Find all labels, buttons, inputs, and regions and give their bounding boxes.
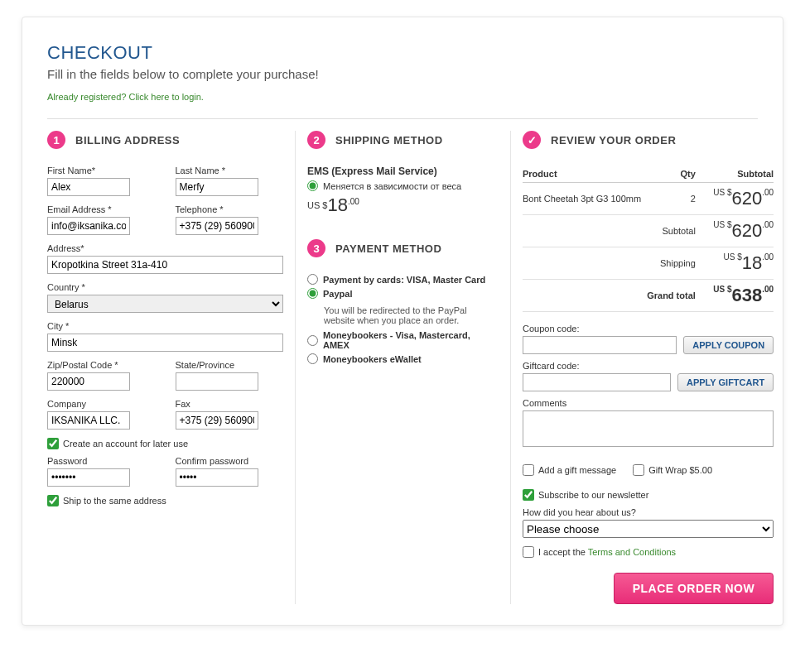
apply-giftcard-button[interactable]: APPLY GIFTCART bbox=[677, 373, 774, 391]
line-qty: 2 bbox=[676, 183, 696, 215]
payment-mb-card-option[interactable]: Moneybookers - Visa, Mastercard, AMEX bbox=[307, 330, 499, 350]
confirm-password-label: Confirm password bbox=[176, 456, 284, 466]
coupon-input[interactable] bbox=[523, 336, 677, 354]
city-input[interactable] bbox=[47, 334, 283, 352]
telephone-label: Telephone * bbox=[176, 204, 284, 214]
hear-label: How did you hear about us? bbox=[523, 507, 774, 517]
email-label: Email Address * bbox=[47, 204, 156, 214]
step-badge-1: 1 bbox=[47, 131, 65, 149]
review-column: REVIEW YOUR ORDER Product Qty Subtotal B… bbox=[511, 131, 774, 604]
place-order-button[interactable]: PLACE ORDER NOW bbox=[614, 573, 774, 604]
order-table: Product Qty Subtotal Bont Cheetah 3pt G3… bbox=[523, 166, 774, 312]
divider bbox=[47, 118, 758, 119]
step-badge-3: 3 bbox=[307, 239, 325, 257]
state-input[interactable] bbox=[176, 372, 258, 391]
payment-mb-wallet-option[interactable]: Moneybookers eWallet bbox=[307, 353, 499, 364]
login-link[interactable]: Already registered? Click here to login. bbox=[47, 92, 204, 102]
gift-message-label: Add a gift message bbox=[538, 465, 616, 475]
step-badge-check bbox=[523, 131, 541, 149]
step-badge-2: 2 bbox=[307, 131, 325, 149]
terms-check[interactable]: I accept the Terms and Conditions bbox=[523, 546, 774, 558]
payment-paypal-desc: You will be redirected to the PayPal web… bbox=[307, 302, 499, 330]
password-label: Password bbox=[47, 456, 156, 466]
billing-title: BILLING ADDRESS bbox=[75, 134, 180, 146]
subtotal-amount: US $620.00 bbox=[696, 215, 774, 247]
shipping-row: Shipping US $18.00 bbox=[523, 247, 774, 280]
shipping-payment-column: 2 SHIPPING METHOD EMS (Express Mail Serv… bbox=[296, 131, 511, 604]
gift-wrap-checkbox[interactable] bbox=[633, 464, 644, 476]
payment-title: PAYMENT METHOD bbox=[335, 242, 441, 255]
terms-text: I accept the Terms and Conditions bbox=[538, 547, 676, 557]
comments-label: Comments bbox=[523, 398, 774, 408]
country-label: Country * bbox=[47, 282, 283, 292]
company-input[interactable] bbox=[47, 411, 130, 430]
ship-same-label: Ship to the same address bbox=[63, 496, 166, 506]
payment-mb-card-label: Moneybookers - Visa, Mastercard, AMEX bbox=[323, 330, 499, 350]
payment-mb-card-radio[interactable] bbox=[307, 335, 318, 346]
table-row: Bont Cheetah 3pt G3 100mm 2 US $620.00 bbox=[523, 183, 774, 215]
country-select[interactable]: Belarus bbox=[47, 295, 283, 313]
giftcard-input[interactable] bbox=[523, 373, 671, 391]
terms-checkbox[interactable] bbox=[523, 546, 534, 558]
shipping-method-desc: Меняется в зависимости от веса bbox=[323, 181, 461, 191]
th-product: Product bbox=[523, 166, 676, 183]
confirm-password-input[interactable] bbox=[176, 468, 258, 487]
giftcard-label: Giftcard code: bbox=[523, 361, 774, 371]
review-title: REVIEW YOUR ORDER bbox=[551, 134, 676, 146]
th-subtotal: Subtotal bbox=[696, 166, 774, 183]
fax-label: Fax bbox=[176, 399, 284, 409]
gift-message-check[interactable]: Add a gift message bbox=[523, 464, 616, 476]
fax-input[interactable] bbox=[176, 411, 258, 430]
gift-message-checkbox[interactable] bbox=[523, 464, 534, 476]
telephone-input[interactable] bbox=[176, 217, 258, 235]
zip-label: Zip/Postal Code * bbox=[47, 360, 156, 370]
subtotal-label: Subtotal bbox=[523, 215, 696, 247]
ship-same-check[interactable]: Ship to the same address bbox=[47, 495, 283, 506]
payment-card-radio[interactable] bbox=[307, 274, 318, 285]
newsletter-label: Subscribe to our newsletter bbox=[538, 490, 648, 500]
th-qty: Qty bbox=[676, 166, 696, 183]
address-label: Address* bbox=[47, 243, 283, 253]
payment-paypal-option[interactable]: Paypal bbox=[307, 288, 499, 299]
zip-input[interactable] bbox=[47, 372, 130, 391]
create-account-check[interactable]: Create an account for later use bbox=[47, 438, 283, 449]
terms-link[interactable]: Terms and Conditions bbox=[588, 547, 676, 557]
last-name-input[interactable] bbox=[176, 178, 258, 196]
payment-paypal-radio[interactable] bbox=[307, 288, 318, 299]
gift-wrap-label: Gift Wrap $5.00 bbox=[648, 465, 712, 475]
comments-input[interactable] bbox=[523, 410, 774, 447]
create-account-checkbox[interactable] bbox=[47, 438, 59, 449]
line-name: Bont Cheetah 3pt G3 100mm bbox=[523, 183, 676, 215]
first-name-input[interactable] bbox=[47, 178, 130, 196]
shipping-amount: US $18.00 bbox=[696, 247, 774, 280]
email-input[interactable] bbox=[47, 217, 130, 235]
newsletter-checkbox[interactable] bbox=[523, 489, 534, 501]
state-label: State/Province bbox=[176, 360, 284, 370]
subtotal-row: Subtotal US $620.00 bbox=[523, 215, 774, 247]
page-subtitle: Fill in the fields below to complete you… bbox=[47, 67, 758, 81]
shipping-method-option[interactable]: Меняется в зависимости от веса bbox=[307, 180, 499, 191]
apply-coupon-button[interactable]: APPLY COUPON bbox=[683, 336, 774, 354]
shipping-method-name: EMS (Express Mail Service) bbox=[307, 166, 499, 177]
ship-same-checkbox[interactable] bbox=[47, 495, 59, 506]
gift-wrap-check[interactable]: Gift Wrap $5.00 bbox=[633, 464, 712, 476]
page-title: CHECKOUT bbox=[47, 42, 758, 64]
hear-select[interactable]: Please choose bbox=[523, 520, 774, 538]
payment-mb-wallet-radio[interactable] bbox=[307, 353, 318, 364]
payment-paypal-label: Paypal bbox=[323, 289, 352, 299]
shipping-sum-label: Shipping bbox=[523, 247, 696, 280]
payment-card-label: Payment by cards: VISA, Master Card bbox=[323, 275, 485, 285]
address-input[interactable] bbox=[47, 256, 283, 274]
company-label: Company bbox=[47, 399, 156, 409]
password-input[interactable] bbox=[47, 468, 130, 487]
line-amount: US $620.00 bbox=[696, 183, 774, 215]
coupon-label: Coupon code: bbox=[523, 324, 774, 334]
checkout-card: CHECKOUT Fill in the fields below to com… bbox=[22, 17, 783, 626]
newsletter-check[interactable]: Subscribe to our newsletter bbox=[523, 489, 774, 501]
shipping-price: US $18.00 bbox=[307, 194, 499, 216]
payment-card-option[interactable]: Payment by cards: VISA, Master Card bbox=[307, 274, 499, 285]
last-name-label: Last Name * bbox=[176, 166, 284, 175]
shipping-method-radio[interactable] bbox=[307, 180, 318, 191]
grand-amount: US $638.00 bbox=[696, 280, 774, 312]
payment-mb-wallet-label: Moneybookers eWallet bbox=[323, 354, 422, 364]
